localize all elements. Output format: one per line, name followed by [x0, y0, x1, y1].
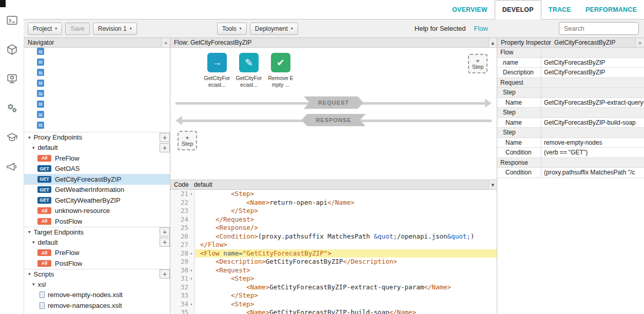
navigator-item-default[interactable]: ▾default+	[24, 143, 170, 153]
property-label: Flow	[497, 48, 541, 57]
add-button[interactable]: +	[160, 133, 170, 142]
publish-icon[interactable]	[5, 72, 18, 85]
screen-corner-artifact	[0, 0, 6, 7]
collapse-right-icon[interactable]: »	[635, 38, 644, 47]
inspector-section-row[interactable]: Response	[497, 158, 644, 168]
search-input[interactable]	[559, 22, 639, 35]
project-menu-button[interactable]: Project ▾	[28, 23, 62, 35]
navigator-item-xsl[interactable]: ▾xsl	[24, 279, 170, 290]
code-line[interactable]: 21▾<Step>	[170, 190, 497, 199]
navigator-item-xml-to-json[interactable]: ▤XML to JSON	[24, 122, 52, 132]
code-line[interactable]: 35<Name>GetCityForecastByZIP-build-soap<…	[170, 308, 497, 314]
collapse-down-icon[interactable]: ▾	[488, 180, 497, 189]
code-line[interactable]: 31▾<Step>	[170, 274, 497, 283]
line-number: 30▾	[170, 266, 195, 275]
code-line[interactable]: 29<Description>GetCityForecastByZIP</Des…	[170, 258, 497, 266]
navigator-item-unknown-resource[interactable]: Allunknown-resource	[24, 206, 170, 217]
flow-policy-getcityforecast[interactable]: →GetCityForecast...	[203, 53, 231, 88]
navigator-item-getcityforecastbyzip[interactable]: GETGetCityForecastByZIP	[24, 174, 170, 185]
navigator-item-target-endpoints[interactable]: ▾Target Endpoints+	[24, 227, 170, 238]
navigator-item-remove-empty-nodes-xslt[interactable]: remove-empty-nodes.xslt	[24, 290, 170, 301]
code-line[interactable]: 34▾<Step>	[170, 300, 497, 309]
navigator-item-return-open-api[interactable]: ▤Return Open API	[24, 58, 52, 69]
code-line[interactable]: 32<Name>GetCityForecastByZIP-extract-que…	[170, 283, 497, 292]
inspector-section-row[interactable]: Request	[497, 78, 644, 88]
add-button[interactable]: +	[160, 238, 170, 247]
flow-policy-getcityforecast[interactable]: ✎GetCityForecast...	[235, 53, 263, 88]
navigator-item-remove-namespaces-xslt[interactable]: remove-namespaces.xslt	[24, 300, 170, 311]
navigator-item-set-response-soap-body-accept[interactable]: ▤Set Response SOAP Body Accept	[24, 80, 52, 90]
inspector-section-row[interactable]: Flow	[497, 48, 644, 58]
navigator-item-default[interactable]: ▾default+	[24, 237, 170, 248]
learn-icon[interactable]	[5, 130, 18, 144]
code-line[interactable]: 27</Flow>	[170, 241, 497, 249]
add-step-button-bottom[interactable]: + Step	[178, 131, 197, 150]
revision-menu-button[interactable]: Revision 1 ▾	[93, 23, 137, 35]
navigator-item-set-response-soap-body[interactable]: ▤Set Response SOAP Body	[24, 69, 52, 80]
navigator-item-postflow[interactable]: AllPostFlow	[24, 258, 170, 269]
save-button[interactable]: Save	[65, 23, 89, 35]
navigator-item-unknown-resource[interactable]: ▤Unknown Resource	[24, 101, 52, 111]
tools-menu-button[interactable]: Tools ▾	[217, 23, 247, 35]
tab-develop[interactable]: DEVELOP	[495, 0, 541, 19]
inspector-section-row[interactable]: Step	[497, 128, 644, 138]
navigator-item-postflow[interactable]: AllPostFlow	[24, 216, 170, 227]
flow-policy-remove-empty[interactable]: ✔Remove Empty ...	[267, 53, 295, 88]
main-area: OVERVIEWDEVELOPTRACEPERFORMANCE Project …	[24, 0, 644, 314]
navigator-item-proxy-endpoints[interactable]: ▾Proxy Endpoints+	[24, 132, 170, 143]
navigator-item-preflow[interactable]: AllPreFlow	[24, 248, 170, 259]
code-line[interactable]: 30▾<Request>	[170, 266, 497, 275]
inspector-property-row[interactable]: Condition(verb == "GET")	[497, 148, 644, 158]
line-number: 25	[170, 224, 195, 232]
api-proxies-icon[interactable]	[5, 43, 18, 56]
policy-icon: ▤	[37, 111, 44, 118]
inspector-section-row[interactable]: Step	[497, 88, 644, 98]
tab-trace[interactable]: TRACE	[541, 0, 578, 19]
inspector-property-row[interactable]: DescriptionGetCityForecastByZIP	[497, 68, 644, 78]
code-line[interactable]: 33</Step>	[170, 291, 497, 300]
code-line[interactable]: 22<Name>return-open-api</Name>	[170, 199, 497, 207]
terminal-icon[interactable]	[5, 13, 18, 27]
code-line[interactable]: 25<Response/>	[170, 224, 497, 232]
code-line[interactable]: 24</Request>	[170, 215, 497, 224]
item-label: default	[38, 144, 58, 151]
add-step-button-top[interactable]: + Step	[468, 54, 487, 73]
deployment-menu-button[interactable]: Deployment ▾	[250, 23, 298, 35]
collapse-left-icon[interactable]: «	[161, 38, 170, 47]
tab-performance[interactable]: PERFORMANCE	[578, 0, 644, 19]
chevron-down-icon: ▾	[28, 229, 31, 234]
add-button[interactable]: +	[160, 143, 170, 152]
navigator-item-set-target-url[interactable]: ▤Set Target URL	[24, 90, 52, 101]
edit-policy-icon: ✎	[239, 53, 259, 72]
navigator-item-unknown-resource-xml[interactable]: ▤Unknown Resource XML	[24, 111, 52, 122]
property-label: Name	[497, 138, 541, 148]
inspector-property-row[interactable]: Condition(proxy.pathsuffix MatchesPath "…	[497, 168, 644, 178]
navigator-item-getoas[interactable]: GETGetOAS	[24, 164, 170, 174]
method-badge: GET	[37, 186, 51, 193]
navigator-item-getweatherinformation[interactable]: GETGetWeatherInformation	[24, 185, 170, 195]
navigator-item-preflow[interactable]: AllPreFlow	[24, 153, 170, 164]
code-line[interactable]: 26<Condition>(proxy.pathsuffix MatchesPa…	[170, 232, 497, 241]
inspector-section-row[interactable]: Step	[497, 108, 644, 118]
code-line[interactable]: 28▾<Flow name="GetCityForecastByZIP">	[170, 249, 497, 258]
item-label: default	[38, 239, 58, 246]
add-button[interactable]: +	[160, 227, 170, 237]
admin-gears-icon[interactable]	[5, 101, 18, 114]
code-line[interactable]: 23</Step>	[170, 207, 497, 215]
property-label: name	[497, 58, 541, 68]
policy-icon: ▤	[37, 90, 44, 97]
inspector-property-row[interactable]: Nameremove-empty-nodes	[497, 138, 644, 148]
navigator-item-return-generic-error-accept[interactable]: ▤Return Generic Error Accept	[24, 48, 52, 58]
code-editor[interactable]: 21▾<Step>22<Name>return-open-api</Name>2…	[170, 190, 497, 314]
inspector-property-row[interactable]: NameGetCityForecastByZIP-extract-query-p…	[497, 98, 644, 108]
inspector-property-row[interactable]: NameGetCityForecastByZIP-build-soap	[497, 118, 644, 128]
help-flow-link[interactable]: Flow	[474, 25, 488, 32]
navigator-item-getcityweatherbyzip[interactable]: GETGetCityWeatherByZIP	[24, 195, 170, 206]
navigator-item-scripts[interactable]: ▾Scripts+	[24, 269, 170, 280]
collapse-up-icon[interactable]: ▴	[488, 38, 497, 47]
add-button[interactable]: +	[160, 269, 170, 279]
support-megaphone-icon[interactable]	[5, 160, 18, 173]
inspector-property-row[interactable]: nameGetCityForecastByZIP	[497, 58, 644, 68]
tab-overview[interactable]: OVERVIEW	[445, 0, 495, 19]
property-value	[541, 128, 644, 138]
